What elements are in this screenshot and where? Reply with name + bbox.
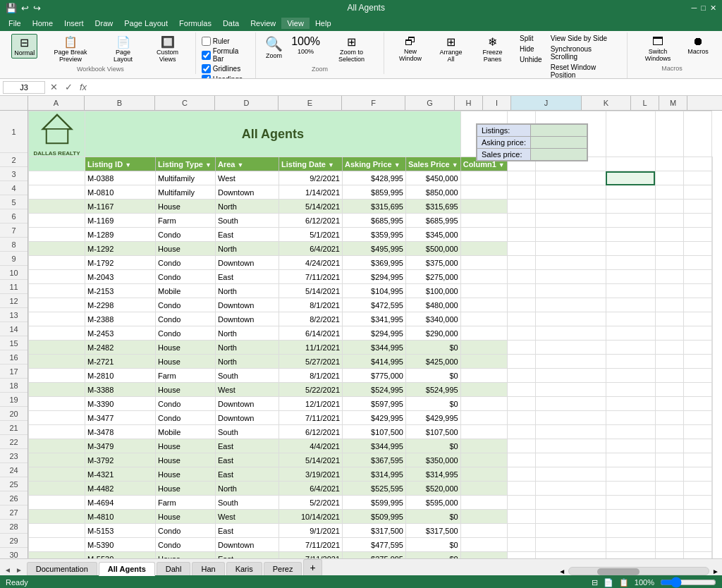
cell-r3-c1[interactable]: Multifamily	[156, 171, 216, 185]
col-header-m[interactable]: M	[659, 96, 687, 110]
cell-r29-c6[interactable]	[460, 538, 507, 552]
tab-scroll-right[interactable]: ►	[14, 565, 24, 575]
cell-r10-c0[interactable]: M-2043	[85, 270, 156, 284]
cell-r18-c0[interactable]: M-3388	[85, 383, 156, 397]
cell-r21-c3[interactable]: 6/12/2021	[279, 425, 343, 439]
cell-r12-c3[interactable]: 8/1/2021	[279, 298, 343, 312]
cell-r14-c1[interactable]: Condo	[156, 326, 216, 341]
zoom-slider[interactable]	[660, 578, 716, 587]
cell-r3-c5[interactable]: $450,000	[406, 171, 461, 185]
row-num-4[interactable]: 4	[0, 181, 27, 195]
cell-r5-c4[interactable]: $315,695	[343, 200, 406, 214]
cell-r16-c6[interactable]	[460, 355, 507, 369]
cell-r30-c1[interactable]: House	[156, 552, 216, 559]
cell-r8-c1[interactable]: House	[156, 242, 216, 256]
reset-window-btn[interactable]: Reset Window Position	[548, 63, 621, 79]
cell-r25-c5[interactable]: $520,000	[406, 482, 461, 496]
cell-r4-c0[interactable]: M-0810	[85, 185, 156, 200]
cell-r26-c6[interactable]	[460, 496, 507, 510]
redo-icon[interactable]: ↪	[33, 3, 41, 13]
cell-r4-c6[interactable]	[460, 185, 507, 200]
cell-r11-c1[interactable]: Mobile	[156, 284, 216, 298]
cell-r30-c6[interactable]	[460, 552, 507, 559]
cell-r21-c0[interactable]: M-3478	[85, 425, 156, 439]
row-num-29[interactable]: 29	[0, 534, 27, 548]
menu-review[interactable]: Review	[245, 18, 281, 29]
cell-r18-c2[interactable]: West	[216, 383, 279, 397]
cell-r15-c1[interactable]: House	[156, 341, 216, 355]
cell-r11-c3[interactable]: 5/14/2021	[279, 284, 343, 298]
close-icon[interactable]: ✕	[710, 4, 716, 13]
cell-r6-c4[interactable]: $685,995	[343, 214, 406, 228]
sales-price-value[interactable]	[530, 149, 587, 161]
menu-help[interactable]: Help	[310, 18, 337, 29]
cell-r19-c3[interactable]: 12/1/2021	[279, 397, 343, 411]
row-num-20[interactable]: 20	[0, 407, 27, 421]
cell-r29-c1[interactable]: Condo	[156, 538, 216, 552]
cell-r29-c2[interactable]: Downtown	[216, 538, 279, 552]
cell-r15-c0[interactable]: M-2482	[85, 341, 156, 355]
cell-r26-c1[interactable]: Farm	[156, 496, 216, 510]
cell-r20-c4[interactable]: $429,995	[343, 411, 406, 425]
cell-r18-c4[interactable]: $524,995	[343, 383, 406, 397]
cell-r3-c2[interactable]: West	[216, 171, 279, 185]
cell-r10-c1[interactable]: Condo	[156, 270, 216, 284]
cell-r9-c3[interactable]: 4/24/2021	[279, 256, 343, 270]
add-sheet-btn[interactable]: +	[303, 559, 322, 575]
row-num-18[interactable]: 18	[0, 379, 27, 393]
col-header-sales-price[interactable]: Sales Price ▼	[406, 157, 461, 171]
row-num-17[interactable]: 17	[0, 365, 27, 379]
cell-r13-c6[interactable]	[460, 312, 507, 326]
cell-r27-c1[interactable]: House	[156, 510, 216, 524]
cell-r5-c1[interactable]: House	[156, 200, 216, 214]
cell-r24-c0[interactable]: M-4321	[85, 467, 156, 482]
cell-r27-c2[interactable]: West	[216, 510, 279, 524]
cell-r17-c1[interactable]: Farm	[156, 369, 216, 383]
col-header-e[interactable]: E	[279, 96, 342, 110]
col-header-g[interactable]: G	[405, 96, 455, 110]
cell-r19-c6[interactable]	[460, 397, 507, 411]
cell-r7-c6[interactable]	[460, 228, 507, 242]
cell-r3-c0[interactable]: M-0388	[85, 171, 156, 185]
row-num-19[interactable]: 19	[0, 393, 27, 407]
menu-page-layout[interactable]: Page Layout	[118, 18, 173, 29]
cell-r11-c0[interactable]: M-2153	[85, 284, 156, 298]
cell-r24-c5[interactable]: $314,995	[406, 467, 461, 482]
cell-r7-c4[interactable]: $359,995	[343, 228, 406, 242]
col-header-listing-type[interactable]: Listing Type ▼	[156, 157, 216, 171]
cell-r26-c3[interactable]: 5/2/2021	[279, 496, 343, 510]
cell-r13-c0[interactable]: M-2388	[85, 312, 156, 326]
cell-r20-c3[interactable]: 7/11/2021	[279, 411, 343, 425]
cell-r23-c0[interactable]: M-3792	[85, 453, 156, 467]
col-header-a[interactable]: A	[28, 96, 85, 110]
page-break-btn[interactable]: 📋 Page Break Preview	[40, 34, 100, 64]
cell-r22-c4[interactable]: $344,995	[343, 439, 406, 453]
gridlines-check[interactable]	[202, 64, 211, 73]
row-num-22[interactable]: 22	[0, 435, 27, 449]
tab-all-agents[interactable]: All Agents	[99, 562, 155, 576]
row-num-14[interactable]: 14	[0, 322, 27, 336]
cell-r19-c4[interactable]: $597,995	[343, 397, 406, 411]
cell-r28-c5[interactable]: $317,500	[406, 524, 461, 538]
tab-documentation[interactable]: Documentation	[27, 562, 97, 575]
cell-r12-c2[interactable]: Downtown	[216, 298, 279, 312]
cell-r6-c0[interactable]: M-1169	[85, 214, 156, 228]
cell-r16-c0[interactable]: M-2721	[85, 355, 156, 369]
cell-r8-c3[interactable]: 6/4/2021	[279, 242, 343, 256]
cell-r17-c0[interactable]: M-2810	[85, 369, 156, 383]
cell-r22-c5[interactable]: $0	[406, 439, 461, 453]
row-num-30[interactable]: 30	[0, 548, 27, 558]
cell-r27-c0[interactable]: M-4810	[85, 510, 156, 524]
arrange-all-btn[interactable]: ⊞ Arrange All	[434, 34, 468, 64]
cell-r16-c2[interactable]: North	[216, 355, 279, 369]
cell-r15-c6[interactable]	[460, 341, 507, 355]
menu-insert[interactable]: Insert	[59, 18, 90, 29]
cell-r27-c4[interactable]: $509,995	[343, 510, 406, 524]
cell-r19-c0[interactable]: M-3390	[85, 397, 156, 411]
cell-r10-c5[interactable]: $275,000	[406, 270, 461, 284]
cell-r30-c2[interactable]: East	[216, 552, 279, 559]
cell-r25-c2[interactable]: North	[216, 482, 279, 496]
cell-r7-c5[interactable]: $345,000	[406, 228, 461, 242]
cell-r22-c6[interactable]	[460, 439, 507, 453]
cell-r22-c2[interactable]: East	[216, 439, 279, 453]
